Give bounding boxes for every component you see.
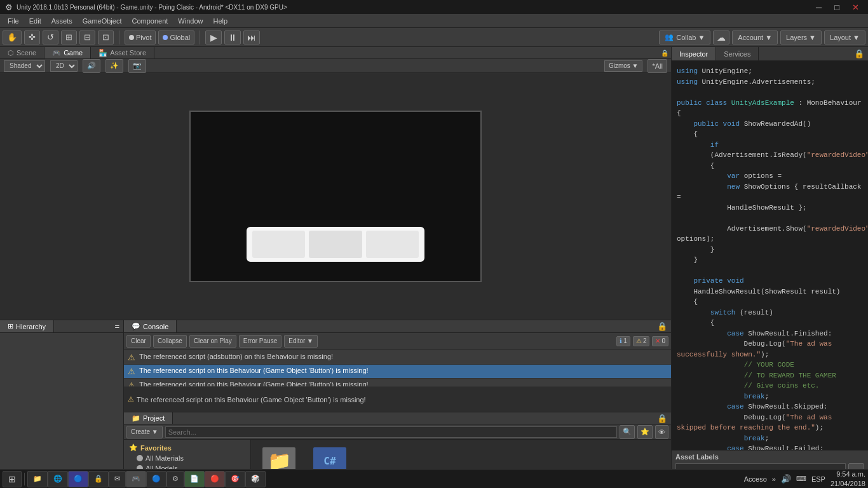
warn-icon-1: ⚠ [128, 353, 135, 362]
project-icon: 📁 [132, 414, 140, 423]
hierarchy-options-btn[interactable]: = [114, 322, 123, 331]
layout-btn[interactable]: Layout ▼ [824, 30, 865, 44]
volume-icon[interactable]: 🔊 [781, 474, 791, 484]
tab-services[interactable]: Services [716, 47, 759, 60]
pivot-dot [129, 35, 134, 40]
taskbar-app-7[interactable]: 🎲 [245, 471, 266, 487]
fx-btn[interactable]: ✨ [105, 59, 123, 73]
maximize-btn[interactable]: □ [831, 3, 843, 12]
all-layers-btn[interactable]: *All [648, 59, 667, 73]
menu-window[interactable]: Window [173, 16, 208, 26]
taskbar-app-1[interactable]: 🔵 [68, 471, 88, 487]
project-search-input[interactable] [165, 426, 617, 438]
tool-rotate[interactable]: ↺ [43, 30, 58, 44]
account-btn[interactable]: Account ▼ [732, 30, 778, 44]
pivot-btn[interactable]: Pivot [125, 30, 156, 44]
console-collapse-btn[interactable]: Collapse [153, 335, 187, 348]
layers-btn[interactable]: Layers ▼ [780, 30, 822, 44]
console-msg-1[interactable]: ⚠ The referenced script (adsbutton) on t… [124, 351, 671, 365]
cloud-btn[interactable]: ☁ [713, 30, 729, 44]
toolbar-right: 👥 Collab ▼ ☁ Account ▼ Layers ▼ Layout ▼ [659, 30, 865, 44]
taskbar-app-5[interactable]: 📄 [184, 471, 205, 487]
console-editor-btn[interactable]: Editor ▼ [284, 335, 318, 348]
project-search-submit[interactable]: 🔍 [620, 425, 635, 439]
menu-help[interactable]: Help [208, 16, 233, 26]
tool-rect[interactable]: ⊟ [79, 30, 95, 44]
inspector-panel: Inspector Services 🔒 using UnityEngine; … [671, 47, 868, 488]
tab-project[interactable]: 📁 Project [124, 412, 173, 424]
minimize-btn[interactable]: ─ [812, 3, 825, 12]
camera-btn[interactable]: 📷 [128, 59, 146, 73]
scene-view-toolbar: Shaded 2D 🔊 ✨ 📷 Gizmos ▼ *All [0, 59, 671, 73]
game-ui-cell-1 [252, 231, 305, 258]
tool-scale[interactable]: ⊞ [61, 30, 77, 44]
taskbar-app-4[interactable]: ⚙ [166, 471, 184, 487]
menu-gameobject[interactable]: GameObject [78, 16, 127, 26]
global-btn[interactable]: Global [158, 30, 194, 44]
tree-all-materials[interactable]: All Materials [124, 453, 250, 463]
keyboard-icon: ⌨ [796, 475, 806, 483]
close-btn[interactable]: ✕ [848, 3, 863, 12]
taskbar-app-6[interactable]: 🎯 [225, 471, 245, 487]
menu-assets[interactable]: Assets [46, 16, 78, 26]
code-line: break; [677, 433, 863, 444]
expand-tray-btn[interactable]: » [772, 475, 776, 483]
taskbar-browser[interactable]: 🌐 [48, 471, 68, 487]
gizmos-btn[interactable]: Gizmos ▼ [604, 60, 643, 72]
inspector-tab-bar: Inspector Services 🔒 [672, 47, 868, 61]
tool-hand[interactable]: ✋ [3, 30, 22, 44]
system-tray: Acceso » 🔊 ⌨ ESP 9:54 a.m. 21/04/2018 [744, 470, 865, 488]
windows-icon: ⊞ [8, 474, 16, 484]
console-msg-2[interactable]: ⚠ The referenced script on this Behaviou… [124, 365, 671, 379]
start-btn[interactable]: ⊞ [3, 471, 22, 487]
hierarchy-tab-bar: ⊞ Hierarchy = [0, 320, 123, 333]
console-warn-badge: ⚠ 2 [633, 336, 650, 346]
pause-btn[interactable]: ⏸ [224, 30, 241, 44]
project-eye-btn[interactable]: 👁 [655, 425, 668, 439]
top-panels: ⬡ Scene 🎮 Game 🏪 Asset Store 🔒 [0, 47, 868, 488]
scene-console-area: ⬡ Scene 🎮 Game 🏪 Asset Store 🔒 [0, 47, 671, 488]
menu-component[interactable]: Component [126, 16, 173, 26]
menu-edit[interactable]: Edit [24, 16, 46, 26]
taskbar-chrome[interactable]: 🔴 [205, 471, 225, 487]
tab-hierarchy[interactable]: ⊞ Hierarchy [0, 320, 54, 332]
console-msg-3[interactable]: ⚠ The referenced script on this Behaviou… [124, 379, 671, 386]
game-ui-cell-2 [309, 231, 362, 258]
step-btn[interactable]: ⏭ [243, 30, 260, 44]
tool-transform[interactable]: ⊡ [98, 30, 114, 44]
taskbar-app-2[interactable]: 🔒 [88, 471, 109, 487]
2d-toggle[interactable]: 2D [50, 60, 78, 72]
console-clear-on-play-btn[interactable]: Clear on Play [189, 335, 236, 348]
tree-favorites: ⭐ Favorites [124, 442, 250, 453]
taskbar-explorer[interactable]: 📁 [27, 471, 48, 487]
shaded-dropdown[interactable]: Shaded [4, 60, 45, 72]
console-clear-btn[interactable]: Clear [126, 335, 151, 348]
code-line: HandleShowResult(ShowResult result) [677, 287, 863, 297]
tab-console[interactable]: 💬 Console [124, 320, 177, 332]
project-main-area: 💬 Console 🔒 Clear Collapse Clear on Play… [124, 320, 671, 488]
console-lock: 🔒 [657, 322, 671, 331]
title-text: Unity 2018.1.0b13 Personal (64bit) - Gam… [17, 4, 812, 11]
code-line: // Give coins etc. [677, 381, 863, 391]
taskbar-app-3[interactable]: 🔵 [146, 471, 166, 487]
tab-asset-store[interactable]: 🏪 Asset Store [91, 47, 154, 58]
taskbar-unity[interactable]: 🎮 [126, 471, 146, 487]
console-error-pause-btn[interactable]: Error Pause [239, 335, 281, 348]
audio-btn[interactable]: 🔊 [83, 59, 100, 73]
game-view-canvas [0, 73, 671, 320]
tab-game[interactable]: 🎮 Game [44, 47, 91, 58]
scene-tab-bar: ⬡ Scene 🎮 Game 🏪 Asset Store 🔒 [0, 47, 671, 59]
tool-move[interactable]: ✜ [24, 30, 40, 44]
project-lock-icon: 🔒 [657, 414, 671, 423]
tab-inspector[interactable]: Inspector [672, 47, 716, 60]
play-btn[interactable]: ▶ [205, 30, 222, 44]
full-layout: ⬡ Scene 🎮 Game 🏪 Asset Store 🔒 [0, 47, 868, 488]
tab-scene[interactable]: ⬡ Scene [0, 47, 44, 58]
project-filter-btn[interactable]: ⭐ [637, 425, 653, 439]
collab-btn[interactable]: 👥 Collab ▼ [659, 30, 710, 44]
code-line: Debug.Log("The ad was successfully shown… [677, 339, 863, 360]
code-line [677, 213, 863, 224]
menu-file[interactable]: File [3, 16, 24, 26]
taskbar-mail[interactable]: ✉ [109, 471, 126, 487]
project-create-btn[interactable]: Create ▼ [126, 426, 163, 438]
